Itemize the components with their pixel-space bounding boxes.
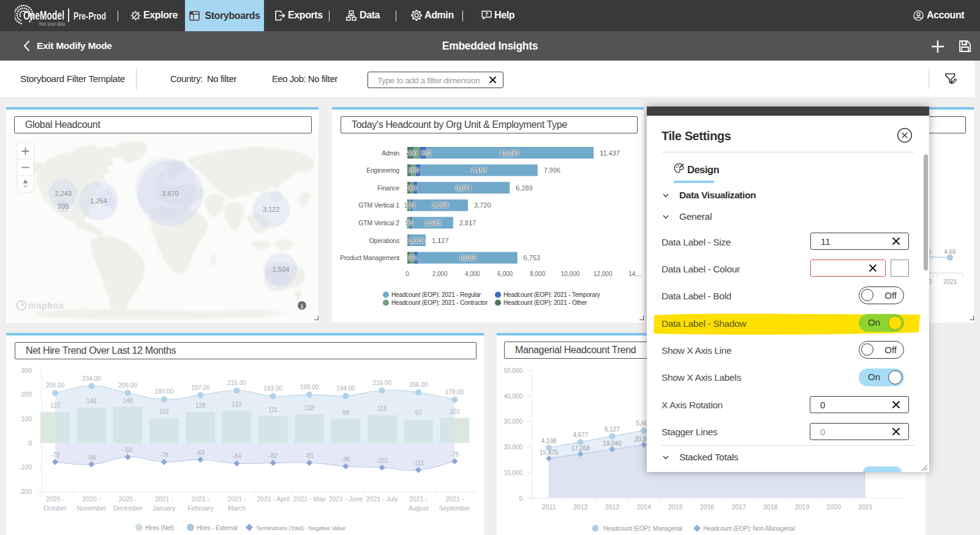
svg-text:148: 148: [123, 397, 133, 404]
svg-text:Headcount (EOP): 2021 - Other: Headcount (EOP): 2021 - Other: [503, 299, 587, 306]
svg-text:-111: -111: [413, 460, 424, 466]
svg-text:2021 - July: 2021 - July: [366, 495, 398, 503]
svg-text:Product Management: Product Management: [340, 254, 399, 261]
svg-text:Operations: Operations: [369, 237, 399, 244]
svg-text:1,127: 1,127: [432, 237, 449, 244]
svg-text:Headcount (EOP): 2021 - Tempor: Headcount (EOP): 2021 - Temporary: [503, 291, 600, 298]
svg-text:Terminations (Total) - Negativ: Terminations (Total) - Negative Value: [256, 525, 345, 531]
svg-text:2011: 2011: [542, 503, 556, 511]
svg-text:2015: 2015: [668, 503, 683, 511]
svg-text:Engineering: Engineering: [366, 166, 399, 174]
svg-text:10,287: 10,287: [500, 149, 520, 157]
svg-text:20,000: 20,000: [503, 444, 522, 451]
svg-text:January: January: [153, 504, 176, 512]
svg-text:2,243: 2,243: [55, 190, 72, 197]
svg-text:362: 362: [421, 149, 432, 157]
svg-text:8,000: 8,000: [530, 271, 545, 277]
svg-text:208.00: 208.00: [409, 381, 428, 388]
svg-text:194.00: 194.00: [336, 385, 355, 392]
svg-text:2021 - May: 2021 - May: [293, 495, 326, 503]
svg-text:115: 115: [377, 405, 387, 412]
svg-text:30,000: 30,000: [503, 418, 522, 425]
svg-text:199.00: 199.00: [300, 384, 319, 391]
svg-text:Headcount (EOP): 2021 - Contra: Headcount (EOP): 2021 - Contractor: [391, 299, 488, 306]
svg-text:Hires (Net): Hires (Net): [145, 525, 174, 531]
svg-text:280: 280: [408, 166, 419, 174]
svg-text:205.00: 205.00: [46, 382, 65, 389]
svg-text:6,000: 6,000: [497, 271, 513, 277]
svg-text:2021 -: 2021 -: [228, 495, 246, 503]
svg-text:103: 103: [450, 408, 460, 415]
svg-text:2021: 2021: [943, 279, 957, 285]
svg-text:-69: -69: [196, 449, 205, 456]
svg-text:2020 -: 2020 -: [46, 495, 64, 503]
svg-text:-101: -101: [376, 457, 388, 464]
svg-text:97: 97: [415, 410, 422, 416]
svg-text:2017: 2017: [732, 503, 747, 511]
svg-text:19,040: 19,040: [603, 440, 622, 447]
svg-text:178.00: 178.00: [445, 389, 464, 395]
svg-text:5,127: 5,127: [605, 426, 620, 433]
svg-text:-88: -88: [87, 454, 96, 461]
svg-text:2,817: 2,817: [459, 219, 477, 226]
svg-text:-82: -82: [269, 452, 278, 459]
svg-text:Admin: Admin: [382, 149, 399, 157]
svg-text:2021 -: 2021 -: [191, 495, 209, 503]
svg-text:6,753: 6,753: [524, 254, 541, 261]
svg-text:2016: 2016: [700, 503, 715, 511]
svg-text:1,504: 1,504: [273, 266, 290, 273]
svg-text:193.00: 193.00: [264, 385, 283, 392]
svg-text:4,000: 4,000: [465, 271, 480, 277]
svg-text:-75: -75: [450, 451, 459, 458]
svg-text:-200: -200: [19, 488, 32, 495]
svg-text:-78: -78: [51, 452, 60, 458]
svg-text:-96: -96: [341, 456, 350, 463]
svg-text:-81: -81: [305, 452, 314, 459]
svg-text:125: 125: [404, 201, 415, 209]
svg-text:August: August: [409, 504, 429, 512]
svg-text:216.00: 216.00: [372, 380, 391, 386]
svg-text:2020: 2020: [827, 503, 842, 511]
svg-text:409: 409: [407, 149, 418, 157]
svg-text:4,198: 4,198: [541, 438, 556, 444]
svg-text:2020 -: 2020 -: [119, 495, 137, 503]
svg-text:March: March: [228, 504, 246, 512]
svg-text:2013: 2013: [605, 503, 620, 511]
svg-text:127: 127: [50, 402, 61, 409]
svg-text:GTM Vertical 1: GTM Vertical 1: [358, 201, 399, 209]
svg-text:1,013: 1,013: [408, 237, 424, 244]
svg-text:7,996: 7,996: [544, 166, 561, 174]
svg-text:-84: -84: [232, 453, 241, 460]
svg-text:11,437: 11,437: [600, 149, 620, 157]
svg-text:February: February: [187, 504, 214, 512]
svg-text:10,000: 10,000: [503, 470, 522, 476]
svg-text:2019: 2019: [795, 503, 810, 511]
svg-text:17,268: 17,268: [571, 445, 590, 452]
svg-text:4.66: 4.66: [944, 249, 956, 255]
svg-text:50,000: 50,000: [503, 367, 522, 374]
svg-text:0: 0: [519, 495, 522, 502]
svg-text:100: 100: [21, 415, 32, 422]
svg-text:-78: -78: [160, 452, 169, 458]
svg-text:201: 201: [407, 184, 418, 192]
svg-text:12,000: 12,000: [594, 271, 612, 277]
svg-text:111: 111: [268, 406, 278, 413]
svg-text:197.00: 197.00: [191, 384, 210, 391]
svg-text:6,289: 6,289: [516, 184, 533, 192]
svg-text:Headcount (EOP): Non-Manageria: Headcount (EOP): Non-Managerial: [703, 525, 794, 532]
svg-text:2021: 2021: [858, 503, 873, 511]
svg-text:2018: 2018: [763, 503, 778, 511]
svg-text:3,393: 3,393: [432, 201, 449, 209]
svg-text:4,677: 4,677: [573, 432, 588, 438]
svg-text:2021 - April: 2021 - April: [257, 495, 289, 503]
svg-text:2,528: 2,528: [424, 219, 441, 226]
svg-text:Headcount (EOP): 2021 - Regula: Headcount (EOP): 2021 - Regular: [391, 291, 481, 298]
svg-text:300: 300: [21, 367, 32, 374]
svg-text:Headcount (EOP): Managerial: Headcount (EOP): Managerial: [603, 525, 682, 532]
svg-text:231: 231: [407, 254, 418, 261]
svg-text:40,000: 40,000: [503, 393, 522, 400]
svg-text:5,671: 5,671: [456, 184, 472, 192]
svg-text:2012: 2012: [573, 503, 588, 511]
svg-text:2021 -: 2021 -: [155, 495, 173, 503]
svg-text:2021 -: 2021 -: [445, 495, 464, 503]
